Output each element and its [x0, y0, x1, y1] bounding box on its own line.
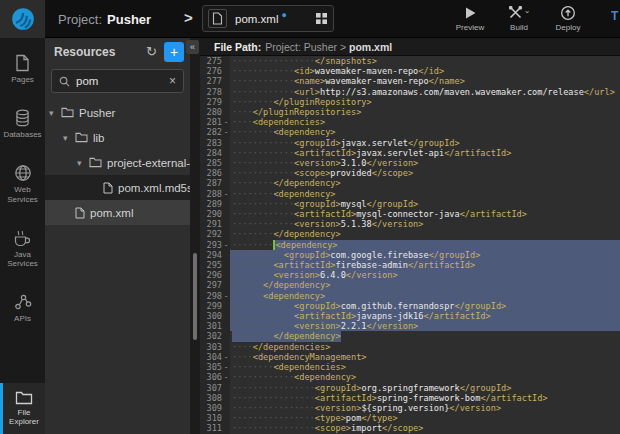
code-line[interactable]: 289············<groupId>mysql</groupId>: [200, 199, 620, 209]
code-line[interactable]: 309················<version>${spring.ver…: [200, 403, 620, 413]
tree-item-label: lib: [93, 132, 105, 144]
sidebar-item-java-services[interactable]: Java Services: [0, 223, 45, 274]
sidebar-item-apis[interactable]: APIs: [0, 287, 45, 329]
line-number: 294: [200, 250, 230, 260]
fold-marker-icon: [222, 229, 230, 239]
project-name: Pusher: [107, 12, 151, 27]
code-line[interactable]: 310················<type>pom</type>: [200, 413, 620, 423]
play-icon: [464, 4, 477, 21]
code-line[interactable]: 285············<version>3.1.0</version>: [200, 158, 620, 168]
code-area[interactable]: 275················</snapshots>276······…: [200, 56, 620, 434]
code-line[interactable]: 291············<version>5.1.38</version>: [200, 219, 620, 229]
code-line[interactable]: 307················<groupId>org.springfr…: [200, 383, 620, 393]
code-line[interactable]: 281-····<dependencies>: [200, 117, 620, 127]
search-input[interactable]: pom: [76, 75, 169, 87]
code-line[interactable]: 301············<version>2.2.1</version>: [200, 321, 620, 331]
file-path-value: Project: Pusher >: [265, 41, 349, 53]
code-line[interactable]: 288-········<dependency>: [200, 189, 620, 199]
tree-item-pom.xml.md5sum[interactable]: pom.xml.md5sum: [45, 175, 190, 200]
add-resource-button[interactable]: +: [164, 42, 184, 62]
deploy-button[interactable]: Deploy: [550, 4, 586, 32]
tree-item-project-external-depen[interactable]: ▾project-external-depen: [45, 150, 190, 175]
file-tree: ▾Pusher▾lib▾project-external-depenpom.xm…: [45, 100, 190, 225]
code-line[interactable]: 296········<version>6.4.0</version>: [200, 270, 620, 280]
sidebar-item-pages[interactable]: Pages: [0, 48, 45, 90]
sidebar-item-file-explorer[interactable]: FileExplorer: [0, 383, 45, 434]
fold-marker-icon[interactable]: -: [222, 117, 230, 127]
wavemaker-logo[interactable]: [0, 0, 45, 38]
code-line[interactable]: 306-············<dependency>: [200, 372, 620, 382]
sidebar-item-label: Databases: [3, 130, 41, 139]
fold-marker-icon[interactable]: -: [222, 362, 230, 372]
code-line[interactable]: 292········</dependency>: [200, 229, 620, 239]
wave-logo-icon: [10, 6, 36, 32]
code-line[interactable]: 286············<scope>provided</scope>: [200, 168, 620, 178]
line-number: 311: [200, 423, 230, 433]
code-line[interactable]: 297······</dependency>: [200, 280, 620, 290]
code-line[interactable]: 305-········<dependencies>: [200, 362, 620, 372]
code-line[interactable]: 282-········<dependency>: [200, 127, 620, 137]
fold-marker-icon: [222, 97, 230, 107]
code-line[interactable]: 311················<scope>import</scope>: [200, 423, 620, 433]
line-number: 301: [200, 321, 230, 331]
collapse-panel-button[interactable]: «: [186, 40, 199, 54]
main-toolbar: Preview ⌄ Build: [452, 4, 586, 32]
code-line[interactable]: 275················</snapshots>: [200, 56, 620, 66]
sidebar-item-databases[interactable]: Databases: [0, 103, 45, 145]
code-line[interactable]: 295········<artifactId>firebase-admin</a…: [200, 260, 620, 270]
code-line[interactable]: 303····</dependencies>: [200, 342, 620, 352]
fold-marker-icon[interactable]: -: [222, 372, 230, 382]
caret-down-icon[interactable]: ▾: [49, 108, 61, 118]
code-line[interactable]: 302········</dependency>: [200, 331, 620, 341]
search-icon: [59, 76, 70, 87]
tab-pom-xml[interactable]: pom.xml ●: [202, 5, 334, 32]
clear-search-icon[interactable]: ×: [169, 74, 176, 88]
tree-item-pom.xml[interactable]: pom.xml: [45, 200, 190, 225]
resource-search-box[interactable]: pom ×: [51, 69, 184, 93]
code-line[interactable]: 277············<name>wavemaker-maven-rep…: [200, 76, 620, 86]
line-number: 290: [200, 209, 230, 219]
scrollbar-thumb[interactable]: [193, 253, 197, 340]
code-line[interactable]: 287········</dependency>: [200, 178, 620, 188]
caret-down-icon[interactable]: ▾: [77, 158, 89, 168]
chevron-right-icon: >: [184, 9, 193, 26]
resources-panel: Resources ↻ + pom × ▾Pusher▾lib▾project-…: [45, 38, 190, 434]
code-line[interactable]: 278············<url>http://s3.amazonaws.…: [200, 87, 620, 97]
file-path-file: pom.xml: [349, 41, 392, 53]
refresh-icon[interactable]: ↻: [146, 44, 157, 59]
code-line[interactable]: 280····</pluginRepositories>: [200, 107, 620, 117]
fold-marker-icon[interactable]: -: [222, 291, 230, 301]
preview-button[interactable]: Preview: [452, 4, 488, 32]
code-line[interactable]: 279········</pluginRepository>: [200, 97, 620, 107]
chevron-down-icon: ⌄: [524, 6, 531, 15]
line-number: 289: [200, 199, 230, 209]
code-line[interactable]: 300············<artifactId>javapns-jdk16…: [200, 311, 620, 321]
caret-down-icon[interactable]: ▾: [63, 133, 75, 143]
fold-marker-icon[interactable]: -: [222, 127, 230, 137]
code-line[interactable]: 293-········<dependency>: [200, 240, 620, 250]
code-line[interactable]: 294··········<groupId>com.google.firebas…: [200, 250, 620, 260]
code-line[interactable]: 284············<artifactId>javax.servlet…: [200, 148, 620, 158]
fold-marker-icon[interactable]: -: [222, 240, 230, 250]
code-line[interactable]: 299············<groupId>com.github.ferna…: [200, 301, 620, 311]
fold-marker-icon[interactable]: -: [222, 189, 230, 199]
code-line[interactable]: 290············<artifactId>mysql-connect…: [200, 209, 620, 219]
code-line[interactable]: 304-····<dependencyManagement>: [200, 352, 620, 362]
line-number: 288-: [200, 189, 230, 199]
sidebar-item-web-services[interactable]: Web Services: [0, 158, 45, 209]
fold-marker-icon[interactable]: -: [222, 352, 230, 362]
fold-marker-icon: [222, 331, 230, 341]
code-line[interactable]: 283············<groupId>javax.servlet</g…: [200, 138, 620, 148]
line-number: 297: [200, 280, 230, 290]
grid-view-icon[interactable]: [315, 12, 328, 25]
line-number: 295: [200, 260, 230, 270]
project-label: Project:: [58, 12, 102, 27]
tree-item-Pusher[interactable]: ▾Pusher: [45, 100, 190, 125]
code-line[interactable]: 276············<id>wavemaker-maven-repo<…: [200, 66, 620, 76]
tree-item-lib[interactable]: ▾lib: [45, 125, 190, 150]
line-number: 308: [200, 393, 230, 403]
code-line[interactable]: 298-······<dependency>: [200, 291, 620, 301]
build-button[interactable]: ⌄ Build: [501, 4, 537, 32]
code-line[interactable]: 308················<artifactId>spring-fr…: [200, 393, 620, 403]
line-number: 305-: [200, 362, 230, 372]
